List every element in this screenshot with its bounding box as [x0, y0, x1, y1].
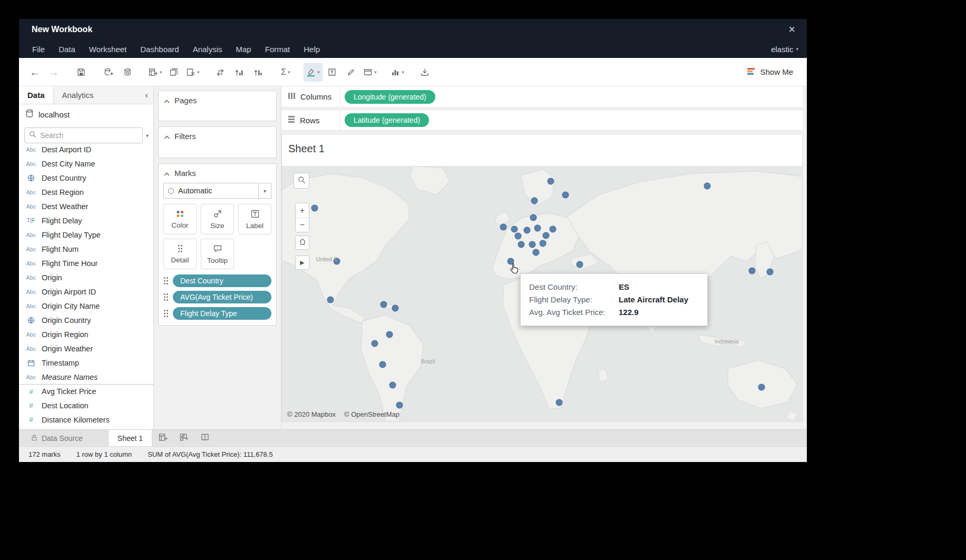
- mark-tooltip-button[interactable]: Tooltip: [201, 239, 234, 269]
- pill-dest-country[interactable]: Dest Country: [173, 274, 271, 287]
- map-mark[interactable]: [327, 297, 334, 303]
- menu-dashboard[interactable]: Dashboard: [133, 40, 186, 58]
- map-mark[interactable]: [543, 232, 550, 239]
- mark-type-dropdown[interactable]: Automatic ▾: [163, 183, 271, 199]
- filters-card-header[interactable]: Filters: [159, 127, 276, 145]
- search-input[interactable]: [40, 131, 138, 140]
- show-me-button[interactable]: Show Me: [747, 67, 793, 77]
- tab-data[interactable]: Data: [19, 86, 54, 104]
- pill-avg-avg-ticket-price[interactable]: AVG(Avg Ticket Price): [173, 291, 271, 303]
- collapse-pane-icon[interactable]: ‹: [140, 86, 153, 104]
- undo-button[interactable]: ←: [25, 63, 44, 82]
- show-mark-labels-button[interactable]: [323, 63, 341, 82]
- map-mark[interactable]: [562, 191, 569, 198]
- mark-label-button[interactable]: Label: [238, 204, 271, 234]
- map-mark[interactable]: [534, 225, 541, 232]
- field-origin-weather[interactable]: AbcOrigin Weather: [19, 341, 153, 356]
- map-mark[interactable]: [500, 224, 507, 231]
- field-flight-num[interactable]: AbcFlight Num: [19, 242, 153, 256]
- map-home-button[interactable]: [295, 235, 309, 250]
- menu-data[interactable]: Data: [52, 40, 82, 58]
- field-distance-kilometers[interactable]: #Distance Kilometers: [19, 412, 153, 427]
- field-flight-time-hour[interactable]: AbcFlight Time Hour: [19, 256, 153, 270]
- field-avg-ticket-price[interactable]: #Avg Ticket Price: [19, 384, 153, 398]
- map-pan-button[interactable]: ▶: [295, 256, 309, 270]
- map-mark[interactable]: [530, 214, 536, 221]
- map-mark[interactable]: [371, 340, 378, 347]
- new-worksheet-button[interactable]: ▾: [145, 63, 164, 82]
- map-mark[interactable]: [532, 249, 539, 256]
- map-mark[interactable]: [531, 197, 538, 204]
- search-box[interactable]: [24, 127, 143, 143]
- map-mark[interactable]: [548, 178, 554, 185]
- map-mark[interactable]: [515, 232, 522, 239]
- menu-file[interactable]: File: [25, 40, 52, 58]
- clear-sheet-button[interactable]: ▾: [183, 63, 202, 82]
- map-mark[interactable]: [529, 241, 535, 248]
- field-dest-airport-id[interactable]: AbcDest Airport ID: [19, 147, 153, 156]
- map-mark[interactable]: [766, 269, 773, 276]
- map-mark[interactable]: [379, 361, 386, 368]
- tab-analytics[interactable]: Analytics: [54, 86, 102, 104]
- field-flight-delay-type[interactable]: AbcFlight Delay Type: [19, 228, 153, 242]
- field-origin[interactable]: AbcOrigin: [19, 270, 153, 284]
- field-origin-airport-id[interactable]: AbcOrigin Airport ID: [19, 284, 153, 299]
- zoom-out-button[interactable]: −: [296, 218, 309, 232]
- mark-size-button[interactable]: Size: [201, 204, 234, 234]
- map-mark[interactable]: [396, 401, 403, 408]
- data-source-tab[interactable]: Data Source: [24, 430, 89, 446]
- marks-card-header[interactable]: Marks: [159, 164, 276, 182]
- format-button[interactable]: [341, 63, 360, 82]
- sort-ascending-button[interactable]: [230, 63, 249, 82]
- map-mark[interactable]: [758, 384, 765, 391]
- field-flight-delay[interactable]: T|FFlight Delay: [19, 213, 153, 228]
- search-options-icon[interactable]: ▾: [144, 133, 150, 139]
- map-mark[interactable]: [550, 226, 557, 233]
- duplicate-sheet-button[interactable]: [164, 63, 183, 82]
- mark-color-button[interactable]: Color: [163, 204, 197, 234]
- highlight-button[interactable]: ▾: [304, 63, 323, 82]
- field-measure-names[interactable]: AbcMeasure Names: [19, 370, 153, 384]
- map-mark[interactable]: [389, 382, 396, 389]
- map-mark[interactable]: [556, 399, 563, 406]
- totals-button[interactable]: Σ▾: [276, 63, 295, 82]
- menu-worksheet[interactable]: Worksheet: [82, 40, 133, 58]
- map-mark[interactable]: [511, 226, 518, 233]
- map-mark[interactable]: [518, 241, 525, 248]
- pill-longitude[interactable]: Longitude (generated): [345, 90, 435, 104]
- user-menu[interactable]: elastic ▾: [771, 45, 798, 54]
- field-dest-city-name[interactable]: AbcDest City Name: [19, 156, 153, 171]
- close-icon[interactable]: ×: [786, 24, 797, 35]
- map-mark[interactable]: [380, 301, 387, 308]
- menu-help[interactable]: Help: [297, 40, 327, 58]
- field-dest-country[interactable]: Dest Country: [19, 171, 153, 185]
- data-connection[interactable]: localhost: [19, 104, 153, 124]
- map-mark[interactable]: [540, 240, 547, 247]
- map-search-button[interactable]: [294, 173, 309, 189]
- map-mark[interactable]: [749, 268, 756, 274]
- map-canvas[interactable]: United SBrazilIndonesia + − ▶ Dest Cou: [282, 166, 802, 421]
- field-origin-country[interactable]: Origin Country: [19, 313, 153, 327]
- fit-button[interactable]: ▾: [360, 63, 379, 82]
- map-mark[interactable]: [523, 227, 530, 233]
- mark-detail-button[interactable]: Detail: [163, 239, 197, 269]
- field-dest-region[interactable]: AbcDest Region: [19, 185, 153, 199]
- pause-auto-updates-button[interactable]: [118, 63, 137, 82]
- map-mark[interactable]: [704, 182, 711, 189]
- sheet-tab-sheet1[interactable]: Sheet 1: [108, 430, 152, 446]
- field-origin-city-name[interactable]: AbcOrigin City Name: [19, 299, 153, 313]
- field-origin-region[interactable]: AbcOrigin Region: [19, 327, 153, 341]
- sort-descending-button[interactable]: [249, 63, 268, 82]
- field-timestamp[interactable]: Timestamp: [19, 356, 153, 370]
- pages-card-header[interactable]: Pages: [159, 91, 276, 109]
- field-dest-weather[interactable]: AbcDest Weather: [19, 199, 153, 213]
- pill-latitude[interactable]: Latitude (generated): [345, 113, 429, 127]
- new-story-button[interactable]: [194, 430, 216, 446]
- map-mark[interactable]: [311, 204, 318, 211]
- new-data-source-button[interactable]: [99, 63, 118, 82]
- save-button[interactable]: [72, 63, 91, 82]
- map-mark[interactable]: [576, 261, 583, 268]
- field-dest-location[interactable]: #Dest Location: [19, 398, 153, 412]
- map-mark[interactable]: [392, 304, 399, 311]
- pill-flight-delay-type[interactable]: Flight Delay Type: [173, 307, 271, 320]
